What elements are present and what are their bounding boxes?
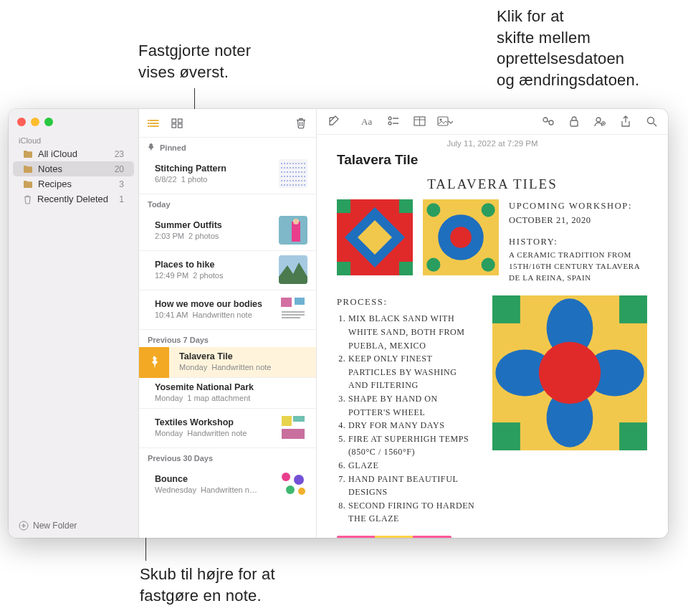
checklist-button[interactable]	[386, 113, 401, 129]
svg-point-27	[282, 473, 290, 481]
pin-icon	[148, 356, 161, 370]
svg-rect-23	[282, 416, 292, 426]
section-header-prev-30: Previous 30 Days	[139, 448, 316, 465]
section-header-pinned: Pinned	[139, 138, 316, 155]
new-folder-label: New Folder	[33, 521, 77, 531]
note-row-yosemite[interactable]: Yosemite National Park Monday 1 map atta…	[139, 378, 316, 409]
note-thumbnail	[279, 470, 307, 498]
window-controls	[9, 109, 138, 132]
new-folder-button[interactable]: New Folder	[9, 515, 138, 538]
minimize-button[interactable]	[31, 118, 39, 126]
svg-point-6	[148, 125, 149, 127]
list-view-button[interactable]	[146, 115, 162, 131]
svg-point-5	[148, 123, 149, 124]
format-button[interactable]: Aa	[360, 113, 376, 129]
sidebar-item-count: 23	[115, 149, 124, 159]
svg-rect-63	[619, 422, 647, 450]
sidebar-item-recently-deleted[interactable]: Recently Deleted 1	[13, 191, 134, 207]
svg-point-41	[543, 118, 548, 122]
notes-window: iCloud All iCloud 23 Notes 20 Recipes 3	[9, 109, 668, 538]
search-button[interactable]	[644, 113, 659, 129]
lock-button[interactable]	[566, 113, 582, 129]
swipe-pin-container[interactable]: Talavera Tile Monday Handwritten note	[139, 347, 316, 378]
note-row-bounce[interactable]: Bounce Wednesday Handwritten n…	[139, 465, 316, 504]
note-title: Bounce	[155, 474, 273, 484]
svg-point-29	[286, 485, 295, 494]
content-toolbar: Aa	[317, 109, 668, 135]
svg-text:Aa: Aa	[361, 116, 372, 127]
svg-rect-18	[295, 298, 305, 305]
note-subtitle: 2:03 PM 2 photos	[155, 232, 273, 240]
grid-view-button[interactable]	[169, 115, 185, 131]
section-header-label: Pinned	[160, 143, 186, 152]
sidebar-item-recipes[interactable]: Recipes 3	[13, 176, 134, 191]
section-header-label: Today	[148, 200, 171, 209]
tile-image-large	[492, 295, 648, 450]
note-thumbnail	[279, 413, 307, 442]
list-item: KEEP ONLY FINEST PARTICLES BY WASHING AN…	[348, 352, 479, 392]
share-button[interactable]	[618, 113, 634, 129]
note-subtitle: Monday Handwritten note	[155, 429, 273, 437]
note-row-how-we-move[interactable]: How we move our bodies 10:41 AM Handwrit…	[139, 290, 316, 330]
tiles-row: UPCOMING WORKSHOP: OCTOBER 21, 2020 HIST…	[337, 199, 648, 284]
sidebar: iCloud All iCloud 23 Notes 20 Recipes 3	[9, 109, 139, 538]
sidebar-item-notes[interactable]: Notes 20	[13, 161, 134, 176]
svg-rect-7	[172, 119, 176, 123]
note-row-textiles[interactable]: Textiles Workshop Monday Handwritten not…	[139, 409, 316, 448]
compose-button[interactable]	[325, 113, 341, 129]
svg-rect-9	[172, 124, 176, 128]
note-title: Stitching Pattern	[155, 164, 273, 174]
note-thumbnail	[279, 295, 307, 323]
sidebar-item-count: 1	[119, 194, 124, 204]
svg-rect-24	[293, 416, 305, 422]
tile-image	[423, 199, 499, 275]
svg-point-55	[426, 203, 440, 217]
list-item: DRY FOR MANY DAYS	[348, 419, 479, 432]
sidebar-item-label: All iCloud	[38, 148, 77, 159]
zoom-button[interactable]	[44, 118, 53, 126]
svg-point-4	[148, 120, 149, 121]
note-row-places-to-hike[interactable]: Places to hike 12:49 PM 2 photos	[139, 251, 316, 290]
table-button[interactable]	[411, 113, 427, 129]
plus-circle-icon	[19, 521, 29, 531]
svg-rect-10	[178, 124, 183, 128]
clay-section: CLAY: — TWO TYPES OF CLAY MIXED TOGETHER…	[466, 536, 647, 538]
note-row-talavera-tile[interactable]: Talavera Tile Monday Handwritten note	[169, 347, 316, 378]
pin-action[interactable]	[139, 347, 169, 378]
history-label: HISTORY:	[509, 235, 648, 248]
note-content: Aa	[317, 109, 668, 538]
process-label: PROCESS:	[337, 295, 479, 309]
sidebar-item-label: Notes	[38, 164, 62, 174]
media-button[interactable]	[437, 113, 453, 129]
svg-line-43	[548, 121, 550, 123]
folder-icon	[23, 180, 33, 189]
note-subtitle: Monday 1 map attachment	[155, 394, 307, 402]
collaborate-button[interactable]	[592, 113, 608, 129]
sidebar-item-all-icloud[interactable]: All iCloud 23	[13, 146, 134, 161]
note-row-summer-outfits[interactable]: Summer Outfits 2:03 PM 2 photos	[139, 212, 316, 251]
hand-info: UPCOMING WORKSHOP: OCTOBER 21, 2020 HIST…	[509, 199, 648, 284]
list-item: HAND PAINT BEAUTIFUL DESIGNS	[348, 473, 479, 499]
link-button[interactable]	[540, 113, 556, 129]
process-section: PROCESS: MIX BLACK SAND WITH WHITE SAND,…	[337, 295, 479, 526]
svg-point-14	[293, 219, 299, 224]
process-list: MIX BLACK SAND WITH WHITE SAND, BOTH FRO…	[337, 312, 479, 526]
sidebar-item-label: Recently Deleted	[37, 194, 108, 204]
close-button[interactable]	[17, 118, 26, 126]
process-row: PROCESS: MIX BLACK SAND WITH WHITE SAND,…	[337, 295, 648, 526]
note-title: Places to hike	[155, 260, 273, 270]
svg-point-28	[294, 475, 304, 485]
trash-icon	[23, 194, 32, 204]
note-row-stitching-pattern[interactable]: Stitching Pattern 6/8/22 1 photo	[139, 155, 316, 194]
svg-point-32	[388, 117, 391, 120]
note-body[interactable]: Talavera Tile TALAVERA TILES UPCOMING WO…	[317, 149, 668, 538]
svg-point-68	[539, 342, 601, 404]
list-item: MIX BLACK SAND WITH WHITE SAND, BOTH FRO…	[348, 312, 479, 352]
delete-note-button[interactable]	[293, 115, 309, 131]
note-date[interactable]: July 11, 2022 at 7:29 PM	[317, 135, 668, 149]
svg-rect-25	[282, 429, 305, 439]
svg-rect-61	[619, 295, 647, 323]
tile-image	[337, 199, 413, 275]
note-thumbnail	[279, 159, 307, 188]
note-subtitle: 10:41 AM Handwritten note	[155, 311, 273, 319]
